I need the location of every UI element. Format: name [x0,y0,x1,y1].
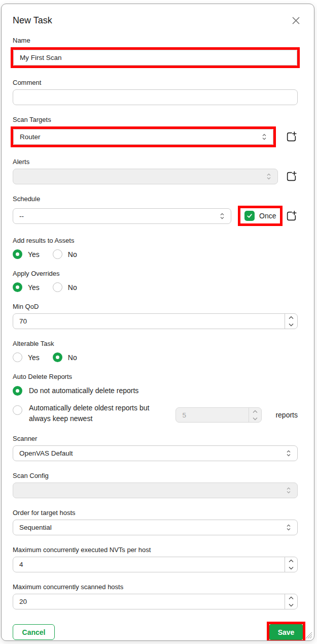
name-label: Name [13,37,298,44]
auto-delete-oldest-line2: always keep newest [29,414,92,423]
max-hosts-input[interactable] [13,594,282,609]
hosts-ordering-field-group: Order for target hosts Sequential [13,509,298,535]
min-qod-label: Min QoD [13,303,298,310]
hosts-ordering-select[interactable]: Sequential [13,520,298,535]
min-qod-decrement-icon[interactable] [285,321,297,329]
scanner-value: OpenVAS Default [19,449,73,457]
alterable-no-radio[interactable] [53,352,62,362]
keep-reports-input [176,408,246,422]
alterable-task-label: Alterable Task [13,340,298,347]
alerts-label: Alerts [13,158,298,166]
alterable-yes-label: Yes [28,353,40,362]
alterable-task-field-group: Alterable Task Yes No [13,340,298,362]
max-nvts-decrement-icon[interactable] [285,565,297,572]
comment-label: Comment [13,79,298,86]
alerts-field-group: Alerts [13,158,298,184]
auto-delete-keep-all-label: Do not automatically delete reports [29,385,138,396]
min-qod-field-group: Min QoD [13,303,298,329]
apply-overrides-no-radio[interactable] [53,282,62,292]
dialog-title: New Task [13,15,52,26]
scanner-label: Scanner [13,435,298,442]
add-results-yes-radio[interactable] [13,249,22,259]
schedule-field-group: Schedule -- Once [13,195,298,226]
keep-reports-increment-icon [249,408,261,415]
scanner-field-group: Scanner OpenVAS Default [13,435,298,461]
add-results-yes-label: Yes [28,250,40,259]
save-button[interactable]: Save [269,624,303,640]
auto-delete-oldest-line1: Automatically delete oldest reports but [29,404,149,412]
keep-reports-decrement-icon [249,415,261,422]
auto-delete-oldest-radio[interactable] [13,405,22,415]
min-qod-input[interactable] [13,314,282,329]
new-schedule-icon[interactable] [285,209,298,222]
chevron-updown-icon [266,173,272,180]
hosts-ordering-label: Order for target hosts [13,509,298,517]
name-highlight-box [11,47,300,68]
apply-overrides-label: Apply Overrides [13,270,298,277]
chevron-updown-icon [219,212,225,220]
schedule-label: Schedule [13,195,298,203]
add-results-field-group: Add results to Assets Yes No [13,237,298,259]
chevron-updown-icon [286,487,292,494]
alterable-no-label: No [68,353,77,362]
new-alert-icon[interactable] [285,170,298,183]
save-highlight-box: Save [267,622,305,641]
chevron-updown-icon [286,524,292,531]
max-hosts-spinner [13,594,298,609]
chevron-updown-icon [261,133,267,141]
add-results-label: Add results to Assets [13,237,298,244]
scan-targets-value: Router [20,133,41,141]
apply-overrides-yes-label: Yes [28,283,40,292]
add-results-no-radio[interactable] [53,249,62,259]
hosts-ordering-value: Sequential [19,524,52,531]
new-task-dialog: New Task Name Comment Scan Targets Route… [1,4,314,641]
once-highlight-box: Once [238,206,283,226]
max-hosts-increment-icon[interactable] [285,594,297,602]
schedule-select[interactable]: -- [13,208,231,224]
scan-config-field-group: Scan Config [13,472,298,498]
alterable-yes-radio[interactable] [13,352,22,362]
auto-delete-keep-all-radio[interactable] [13,386,22,396]
close-icon[interactable] [291,16,301,26]
checkmark-icon [246,212,253,219]
apply-overrides-field-group: Apply Overrides Yes No [13,270,298,292]
max-nvts-field-group: Maximum concurrently executed NVTs per h… [13,546,298,572]
alerts-select [13,169,278,184]
scanner-select[interactable]: OpenVAS Default [13,445,298,461]
resize-handle[interactable] [305,632,312,639]
scan-config-select [13,482,298,498]
min-qod-increment-icon[interactable] [285,314,297,321]
once-checkbox-label: Once [259,212,276,220]
scan-targets-highlight-box: Router [11,126,276,147]
dialog-header: New Task [13,15,298,26]
add-results-no-label: No [68,250,77,259]
scan-targets-select[interactable]: Router [13,129,273,145]
reports-suffix-label: reports [275,411,298,419]
cancel-button[interactable]: Cancel [13,624,55,640]
scan-targets-field-group: Scan Targets Router [13,116,298,147]
schedule-value: -- [19,212,24,220]
max-nvts-spinner [13,557,298,572]
keep-reports-spinner [175,407,262,423]
apply-overrides-yes-radio[interactable] [13,282,22,292]
auto-delete-label: Auto Delete Reports [13,373,298,380]
new-target-icon[interactable] [285,131,298,144]
max-nvts-input[interactable] [13,557,282,572]
name-input[interactable] [13,50,297,66]
scan-targets-label: Scan Targets [13,116,298,123]
apply-overrides-no-label: No [68,283,77,292]
auto-delete-oldest-label: Automatically delete oldest reports but … [29,403,157,424]
once-checkbox[interactable] [244,211,255,221]
scan-config-label: Scan Config [13,472,298,479]
max-hosts-decrement-icon[interactable] [285,602,297,609]
chevron-updown-icon [286,449,292,457]
comment-field-group: Comment [13,79,298,105]
name-field-group: Name [13,37,298,68]
max-nvts-increment-icon[interactable] [285,557,297,565]
max-hosts-label: Maximum concurrently scanned hosts [13,583,298,591]
dialog-footer: Cancel Save [13,622,298,641]
comment-input[interactable] [13,89,298,105]
auto-delete-field-group: Auto Delete Reports Do not automatically… [13,373,298,424]
min-qod-spinner [13,313,298,329]
max-nvts-label: Maximum concurrently executed NVTs per h… [13,546,298,554]
